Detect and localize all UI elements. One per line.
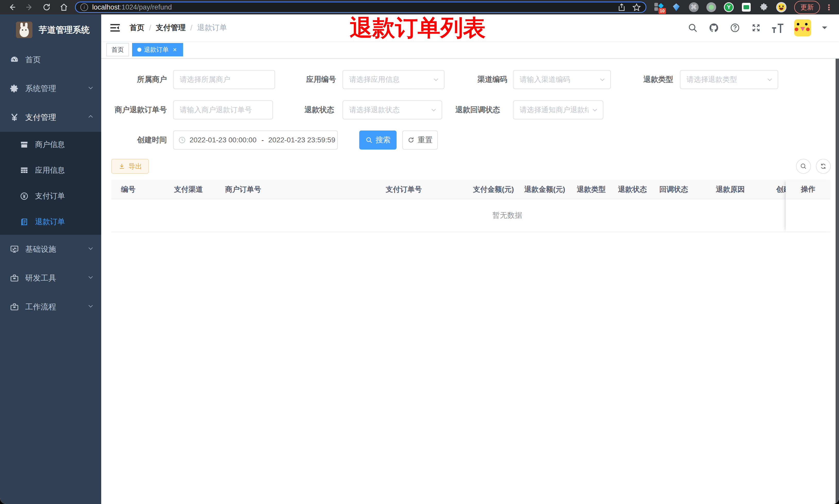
chrome-update-button[interactable]: 更新 (794, 1, 820, 14)
sidebar-item-infra[interactable]: 基础设施 (0, 235, 101, 264)
extension-y-icon[interactable]: Y (724, 2, 734, 12)
gear-icon (9, 84, 20, 93)
breadcrumb-current: 退款订单 (197, 23, 227, 33)
dashboard-icon (9, 55, 20, 64)
help-icon[interactable] (730, 23, 740, 33)
chevron-down-icon (766, 76, 773, 83)
reload-icon[interactable] (41, 2, 52, 12)
placeholder: 请输入商户退款订单号 (180, 105, 252, 115)
font-size-icon[interactable] (772, 23, 783, 33)
create-time-range-picker[interactable]: 2022-01-23 00:00:00 - 2022-01-23 23:59:5… (173, 130, 338, 149)
filter-label-merchant: 所属商户 (85, 70, 167, 89)
refund-order-icon (19, 217, 29, 226)
filter-label-merchant-refund-no: 商户退款订单号 (85, 100, 167, 120)
chevron-down-icon (87, 245, 94, 254)
extension-blue-diamond-icon[interactable]: 10 (654, 2, 664, 12)
navbar-actions (688, 14, 827, 41)
bookmark-star-icon[interactable] (632, 3, 641, 12)
chevron-down-icon (87, 303, 94, 311)
col-action: 操作 (786, 180, 831, 199)
extension-gem-icon[interactable] (671, 2, 681, 12)
filter-label-notify-status: 退款回调状态 (418, 100, 500, 120)
breadcrumb-pay[interactable]: 支付管理 (156, 23, 186, 33)
workflow-icon (9, 302, 20, 311)
search-button[interactable]: 搜索 (359, 130, 397, 149)
search-button-label: 搜索 (376, 135, 391, 145)
browser-menu-icon[interactable]: ⋮ (825, 3, 833, 12)
site-info-icon[interactable]: i (81, 3, 88, 11)
refresh-list-button[interactable] (816, 159, 831, 174)
refresh-icon (407, 137, 415, 144)
close-tab-icon[interactable] (172, 47, 178, 53)
filter-label-refund-status: 退款状态 (252, 100, 334, 120)
monitor-icon (9, 245, 20, 254)
fullscreen-icon[interactable] (751, 23, 761, 33)
url-text[interactable]: localhost:1024/pay/refund (92, 3, 611, 11)
search-icon (800, 163, 807, 170)
col-refund-type: 退款类型 (577, 180, 606, 199)
toggle-search-button[interactable] (796, 159, 811, 174)
avatar-caret-icon[interactable] (822, 26, 827, 32)
tab-label: 首页 (111, 46, 124, 54)
sidebar-item-label: 系统管理 (25, 84, 87, 94)
refund-table: 编号 支付渠道 商户订单号 支付订单号 支付金额(元) 退款金额(元) 退款类型… (111, 180, 831, 232)
sidebar-item-devtools[interactable]: 研发工具 (0, 264, 101, 292)
col-refund-reason: 退款原因 (716, 180, 745, 199)
start-date-value[interactable]: 2022-01-23 00:00:00 (190, 136, 257, 144)
sidebar-logo[interactable]: 芋道管理系统 (0, 14, 101, 45)
col-pay-amount: 支付金额(元) (473, 180, 514, 199)
back-icon[interactable] (7, 2, 17, 12)
export-button-label: 导出 (128, 162, 142, 171)
sidebar-item-workflow[interactable]: 工作流程 (0, 292, 101, 321)
col-pay-order-no: 支付订单号 (386, 180, 422, 199)
refund-type-select[interactable]: 请选择退款类型 (680, 70, 778, 89)
breadcrumb-home[interactable]: 首页 (129, 23, 144, 33)
col-id: 编号 (121, 180, 136, 199)
filter-label-app: 应用编号 (254, 70, 336, 89)
search-icon (365, 137, 373, 144)
extensions-puzzle-icon[interactable] (758, 2, 769, 12)
pay-order-icon (19, 192, 29, 200)
page-title-annotation: 退款订单列表 (350, 13, 486, 43)
tags-view-bar: 首页 退款订单 (101, 41, 839, 59)
home-icon[interactable] (59, 2, 69, 12)
filter-label-refund-type: 退款类型 (591, 70, 673, 89)
tab-home[interactable]: 首页 (106, 43, 129, 56)
github-icon[interactable] (709, 23, 719, 33)
active-dot-icon (137, 48, 141, 52)
search-icon[interactable] (688, 23, 698, 33)
sidebar-item-pay-order[interactable]: 支付订单 (0, 183, 101, 209)
notify-status-select[interactable]: 请选择通知商户退款结果的回调状态 (513, 101, 603, 120)
sidebar-item-label: 工作流程 (25, 302, 87, 312)
placeholder: 请选择所属商户 (180, 75, 230, 85)
chevron-down-icon (87, 274, 94, 282)
export-button[interactable]: 导出 (111, 159, 149, 174)
end-date-value[interactable]: 2022-01-23 23:59:59 (268, 136, 336, 144)
extension-chat-icon[interactable] (741, 2, 751, 12)
table-header: 编号 支付渠道 商户订单号 支付订单号 支付金额(元) 退款金额(元) 退款类型… (111, 180, 831, 199)
sidebar-item-label: 支付订单 (35, 191, 94, 201)
window-scrollbar[interactable] (836, 14, 839, 504)
collapse-sidebar-icon[interactable] (109, 22, 121, 34)
reset-button-label: 重置 (418, 135, 433, 145)
col-callback-status: 回调状态 (659, 180, 688, 199)
sidebar-item-refund-order[interactable]: 退款订单 (0, 209, 101, 235)
tab-refund-order[interactable]: 退款订单 (132, 43, 183, 56)
address-bar[interactable]: i localhost:1024/pay/refund (75, 2, 646, 13)
placeholder: 请选择退款状态 (349, 105, 400, 115)
chevron-down-icon (591, 107, 598, 113)
profile-avatar-icon[interactable] (776, 2, 786, 12)
forward-icon[interactable] (24, 2, 35, 12)
sidebar-item-app-info[interactable]: 应用信息 (0, 158, 101, 183)
user-avatar[interactable] (794, 19, 811, 36)
share-icon[interactable] (617, 3, 626, 12)
breadcrumb-separator: / (149, 24, 151, 32)
fixed-action-column: 操作 (786, 180, 831, 232)
breadcrumb: 首页 / 支付管理 / 退款订单 (129, 23, 227, 33)
col-refund-amount: 退款金额(元) (524, 180, 565, 199)
col-merchant-order-no: 商户订单号 (225, 180, 261, 199)
reset-button[interactable]: 重置 (402, 130, 438, 149)
extension-dot-icon[interactable] (706, 2, 716, 12)
extension-command-icon[interactable]: ⌘ (689, 2, 699, 12)
table-body: 暂无数据 (111, 199, 831, 232)
